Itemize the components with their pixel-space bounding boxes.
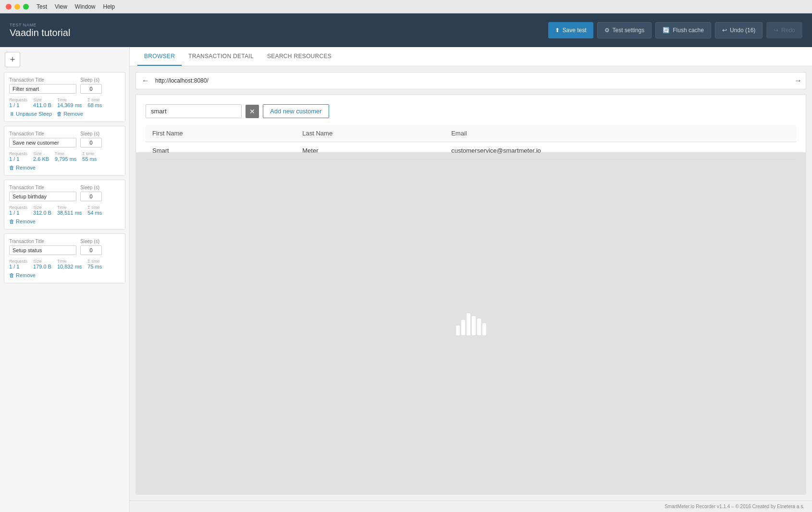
requests-value-1: 1 / 1 [9, 102, 27, 108]
tx-title-group-2: Transaction Title [9, 131, 76, 147]
tx-sleep-input-2[interactable] [80, 138, 102, 147]
menu-test[interactable]: Test [37, 3, 47, 10]
tx-title-input-1[interactable] [9, 84, 76, 94]
flush-cache-button[interactable]: 🔄 Flush cache [655, 22, 711, 38]
back-button[interactable]: ← [140, 76, 151, 85]
content-area: BROWSER TRANSACTION DETAIL SEARCH RESOUR… [130, 47, 812, 512]
tx-sleep-input-1[interactable] [80, 84, 102, 94]
tx-title-input-2[interactable] [9, 138, 76, 147]
tx-sleep-input-3[interactable] [80, 192, 102, 201]
unpause-sleep-button-1[interactable]: ⏸ Unpause Sleep [9, 111, 52, 117]
tx-actions-1: ⏸ Unpause Sleep 🗑 Remove [9, 111, 120, 117]
remove-button-3[interactable]: 🗑 Remove [9, 219, 36, 224]
tab-transaction-detail-label: TRANSACTION DETAIL [188, 53, 254, 60]
redo-icon: ↪ [774, 27, 778, 34]
size-label-3: Size [33, 205, 51, 210]
url-bar: ← → [135, 72, 806, 89]
undo-icon: ↩ [722, 27, 727, 34]
size-label-4: Size [33, 259, 51, 264]
tx-fields-4: Transaction Title Sleep (s) [9, 239, 120, 255]
sigma-value-3: 54 ms [87, 210, 102, 216]
tx-sleep-input-4[interactable] [80, 245, 102, 255]
footer: SmartMeter.io Recorder v1.1.4 – © 2016 C… [130, 500, 812, 512]
tx-sleep-label-1: Sleep (s) [80, 77, 102, 83]
tx-title-input-3[interactable] [9, 192, 76, 201]
tx-time-stat-4: Time 10,832 ms [57, 259, 82, 269]
tx-actions-4: 🗑 Remove [9, 272, 120, 278]
unpause-label-1: Unpause Sleep [16, 111, 52, 117]
tab-browser[interactable]: BROWSER [137, 48, 182, 66]
sigma-label-1: Σ time [87, 98, 102, 102]
requests-label-4: Requests [9, 259, 27, 264]
remove-button-2[interactable]: 🗑 Remove [9, 165, 36, 171]
tx-title-input-4[interactable] [9, 245, 76, 255]
sigma-value-1: 68 ms [87, 102, 102, 108]
browser-viewport: ✕ Add new customer First Name Last Name [135, 94, 806, 495]
menu-help[interactable]: Help [103, 3, 115, 10]
remove-label-4: Remove [16, 272, 36, 278]
gear-icon: ⚙ [604, 27, 610, 34]
remove-label-3: Remove [16, 219, 36, 224]
remove-button-1[interactable]: 🗑 Remove [57, 111, 83, 117]
tx-sleep-group-1: Sleep (s) [80, 77, 102, 94]
time-label-3: Time [57, 205, 82, 210]
col-last-name: Last Name [295, 125, 444, 142]
menu-window[interactable]: Window [75, 3, 96, 10]
minimize-button[interactable] [14, 4, 20, 10]
add-transaction-button[interactable]: + [5, 52, 20, 67]
redo-button[interactable]: ↪ Redo [766, 22, 802, 38]
add-customer-button[interactable]: Add new customer [263, 104, 329, 118]
tx-size-stat-3: Size 312.0 B [33, 205, 51, 216]
test-name-label: TEST NAME [10, 23, 70, 27]
bar-1 [456, 326, 460, 335]
requests-label-2: Requests [9, 151, 27, 156]
sigma-value-4: 75 ms [87, 264, 102, 269]
flush-icon: 🔄 [663, 27, 670, 34]
size-value-4: 179.0 B [33, 264, 51, 269]
tx-title-label-4: Transaction Title [9, 239, 76, 244]
table-header: First Name Last Name Email [146, 125, 796, 142]
maximize-button[interactable] [23, 4, 29, 10]
save-icon: ⬆ [555, 27, 560, 34]
app-header: TEST NAME Vaadin tutorial ⬆ Save test ⚙ … [0, 13, 812, 47]
search-clear-button[interactable]: ✕ [246, 105, 259, 118]
forward-icon[interactable]: → [794, 76, 802, 85]
tab-transaction-detail[interactable]: TRANSACTION DETAIL [182, 48, 260, 66]
main-layout: + Transaction Title Sleep (s) Requests 1… [0, 47, 812, 512]
window-controls [6, 4, 29, 10]
time-value-4: 10,832 ms [57, 264, 82, 269]
tx-requests-stat-3: Requests 1 / 1 [9, 205, 27, 216]
loading-overlay [136, 152, 806, 494]
tx-actions-2: 🗑 Remove [9, 165, 120, 171]
remove-button-4[interactable]: 🗑 Remove [9, 272, 36, 278]
tx-fields-2: Transaction Title Sleep (s) [9, 131, 120, 147]
url-input[interactable] [155, 77, 790, 84]
loading-bars-icon [456, 311, 486, 335]
tx-title-label-3: Transaction Title [9, 185, 76, 190]
menu-view[interactable]: View [55, 3, 67, 10]
test-settings-button[interactable]: ⚙ Test settings [597, 22, 652, 38]
menu-bar: Test View Window Help [37, 3, 115, 10]
tx-title-group-3: Transaction Title [9, 185, 76, 201]
undo-button[interactable]: ↩ Undo (16) [715, 22, 763, 38]
tab-search-resources[interactable]: SEARCH RESOURCES [260, 48, 338, 66]
tx-stats-3: Requests 1 / 1 Size 312.0 B Time 38,511 … [9, 205, 120, 216]
bar-3 [467, 313, 470, 335]
add-customer-label: Add new customer [270, 108, 322, 115]
tx-sleep-group-4: Sleep (s) [80, 239, 102, 255]
tx-size-stat-1: Size 411.0 B [33, 98, 51, 108]
requests-value-4: 1 / 1 [9, 264, 27, 269]
trash-icon-3: 🗑 [9, 219, 14, 224]
tx-sleep-group-2: Sleep (s) [80, 131, 102, 147]
close-button[interactable] [6, 4, 12, 10]
transaction-card-4: Transaction Title Sleep (s) Requests 1 /… [4, 233, 125, 283]
save-test-button[interactable]: ⬆ Save test [548, 22, 593, 38]
tabs-bar: BROWSER TRANSACTION DETAIL SEARCH RESOUR… [130, 47, 812, 66]
browser-search-input[interactable] [146, 104, 242, 118]
transaction-card-3: Transaction Title Sleep (s) Requests 1 /… [4, 180, 125, 230]
tx-time-stat-3: Time 38,511 ms [57, 205, 82, 216]
title-bar: Test View Window Help [0, 0, 812, 13]
sigma-value-2: 55 ms [82, 156, 97, 162]
col-first-name: First Name [146, 125, 295, 142]
size-label-2: Size [33, 151, 49, 156]
